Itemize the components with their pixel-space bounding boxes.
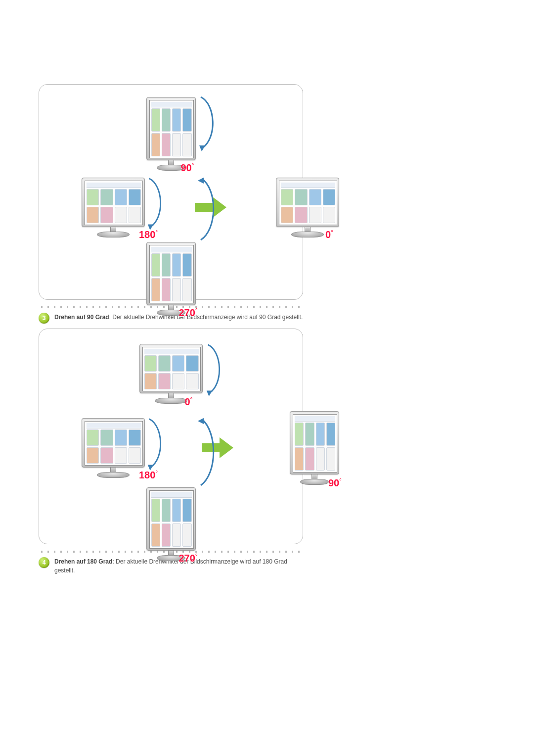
rotation-arrow-icon — [205, 342, 223, 395]
monitor-90deg-result — [290, 411, 339, 485]
monitor-90deg — [146, 97, 196, 171]
result-arrow-icon — [202, 437, 233, 458]
degree-label-90: 90° — [181, 162, 194, 174]
figure-rotate-to-90: 0° 180° — [39, 329, 303, 544]
rotation-arrow-icon — [146, 416, 165, 470]
rotation-arrow-icon — [146, 176, 165, 229]
degree-label-90: 90° — [328, 477, 342, 489]
monitor-270deg — [146, 487, 196, 561]
monitor-270deg — [146, 242, 196, 316]
monitor-180deg — [82, 418, 145, 478]
degree-label-0: 0° — [325, 229, 333, 240]
monitor-0deg-result — [276, 178, 339, 237]
monitor-0deg — [139, 344, 203, 404]
rotation-arrow-icon — [198, 94, 217, 150]
degree-label-270: 270° — [179, 307, 198, 319]
svg-marker-0 — [199, 145, 205, 151]
degree-label-180: 180° — [139, 229, 158, 240]
svg-marker-2 — [195, 197, 226, 218]
svg-marker-6 — [202, 437, 233, 458]
monitor-180deg — [82, 178, 145, 237]
svg-marker-4 — [206, 390, 212, 396]
degree-label-0: 0° — [185, 396, 193, 408]
figure-rotate-to-0: 90° 180° — [39, 84, 303, 300]
result-arrow-icon — [195, 197, 226, 218]
degree-label-270: 270° — [179, 553, 198, 564]
degree-label-180: 180° — [139, 470, 158, 481]
